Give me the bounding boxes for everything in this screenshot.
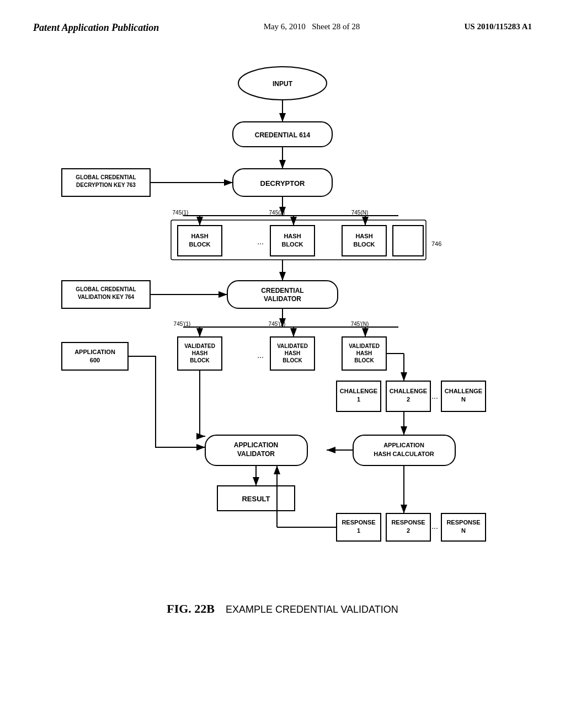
svg-text:VALIDATION KEY 764: VALIDATION KEY 764 <box>78 294 135 300</box>
svg-text:HASH CALCULATOR: HASH CALCULATOR <box>374 451 434 457</box>
svg-text:VALIDATED: VALIDATED <box>277 343 308 349</box>
svg-text:HASH: HASH <box>285 350 300 356</box>
figure-label: FIG. 22B <box>167 602 215 615</box>
svg-text:2: 2 <box>407 527 410 534</box>
svg-text:745'(2): 745'(2) <box>269 321 286 327</box>
svg-rect-63 <box>62 342 128 370</box>
svg-text:746: 746 <box>431 240 441 247</box>
svg-rect-31 <box>393 226 423 256</box>
svg-text:VALIDATED: VALIDATED <box>184 343 215 349</box>
sheet-info: Sheet 28 of 28 <box>312 22 360 31</box>
svg-text:...: ... <box>257 351 264 360</box>
header-center: May 6, 2010 Sheet 28 of 28 <box>264 22 360 31</box>
svg-text:CREDENTIAL 614: CREDENTIAL 614 <box>255 131 311 139</box>
svg-text:BLOCK: BLOCK <box>190 357 210 363</box>
svg-text:HASH: HASH <box>284 233 301 239</box>
publication-date: May 6, 2010 <box>264 22 306 31</box>
svg-text:RESPONSE: RESPONSE <box>342 519 375 526</box>
svg-text:RESULT: RESULT <box>242 495 270 503</box>
svg-text:VALIDATOR: VALIDATOR <box>264 295 301 303</box>
svg-text:CHALLENGE: CHALLENGE <box>390 388 427 394</box>
svg-text:RESPONSE: RESPONSE <box>446 519 480 526</box>
publication-title: Patent Application Publication <box>33 22 159 34</box>
svg-text:HASH: HASH <box>191 233 208 239</box>
svg-text:BLOCK: BLOCK <box>282 357 302 363</box>
svg-text:...: ... <box>257 237 264 246</box>
svg-text:2: 2 <box>407 396 410 403</box>
svg-text:745(N): 745(N) <box>351 210 369 216</box>
diagram: INPUT CREDENTIAL 614 GLOBAL CREDENTIAL D… <box>45 50 520 591</box>
svg-text:1: 1 <box>357 396 360 403</box>
svg-text:VALIDATED: VALIDATED <box>349 343 380 349</box>
svg-rect-39 <box>227 281 338 308</box>
svg-text:GLOBAL CREDENTIAL: GLOBAL CREDENTIAL <box>76 174 136 180</box>
svg-text:BLOCK: BLOCK <box>281 241 303 248</box>
svg-text:HASH: HASH <box>356 350 372 356</box>
svg-text:APPLICATION: APPLICATION <box>74 349 115 355</box>
svg-text:N: N <box>461 527 466 534</box>
svg-text:CREDENTIAL: CREDENTIAL <box>261 287 303 295</box>
svg-text:GLOBAL CREDENTIAL: GLOBAL CREDENTIAL <box>76 286 136 292</box>
diagram-svg: INPUT CREDENTIAL 614 GLOBAL CREDENTIAL D… <box>45 50 520 591</box>
svg-text:745(1): 745(1) <box>173 210 189 216</box>
svg-text:CHALLENGE: CHALLENGE <box>340 388 377 394</box>
svg-text:RESPONSE: RESPONSE <box>391 519 425 526</box>
svg-text:INPUT: INPUT <box>273 80 293 88</box>
figure-caption: FIG. 22B EXAMPLE CREDENTIAL VALIDATION <box>33 602 532 616</box>
page: Patent Application Publication May 6, 20… <box>0 0 565 728</box>
svg-text:...: ... <box>431 522 438 531</box>
svg-text:APPLICATION: APPLICATION <box>383 442 424 448</box>
svg-text:N: N <box>461 396 466 403</box>
svg-text:...: ... <box>431 392 438 400</box>
svg-text:745'(N): 745'(N) <box>351 321 369 327</box>
svg-text:DECRYPTOR: DECRYPTOR <box>260 179 306 188</box>
svg-text:HASH: HASH <box>192 350 207 356</box>
svg-text:745(2): 745(2) <box>269 210 285 216</box>
svg-text:CHALLENGE: CHALLENGE <box>445 388 482 394</box>
header: Patent Application Publication May 6, 20… <box>33 22 532 34</box>
patent-number: US 2010/115283 A1 <box>464 22 532 31</box>
svg-text:DECRYPTION KEY 763: DECRYPTION KEY 763 <box>76 182 136 188</box>
svg-text:HASH: HASH <box>355 233 372 239</box>
svg-text:BLOCK: BLOCK <box>354 357 374 363</box>
svg-text:BLOCK: BLOCK <box>189 241 210 248</box>
svg-text:VALIDATOR: VALIDATOR <box>237 450 275 458</box>
svg-text:1: 1 <box>357 527 360 534</box>
svg-text:BLOCK: BLOCK <box>353 241 375 248</box>
svg-text:745'(1): 745'(1) <box>174 321 191 327</box>
figure-description: EXAMPLE CREDENTIAL VALIDATION <box>226 604 398 615</box>
svg-text:600: 600 <box>90 357 100 363</box>
svg-text:APPLICATION: APPLICATION <box>234 441 278 449</box>
